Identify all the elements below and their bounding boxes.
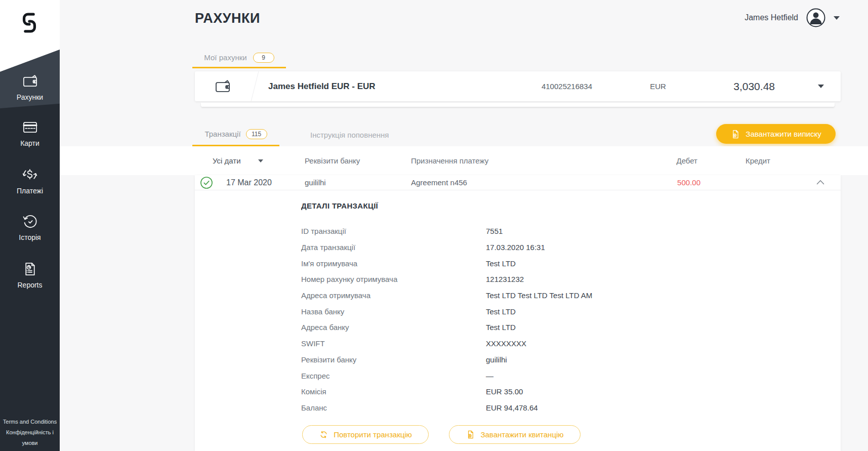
avatar <box>806 8 826 28</box>
details-heading: ДЕТАЛІ ТРАНЗАКЦІЇ <box>301 201 592 210</box>
sidebar-item-cards[interactable]: Карти <box>0 119 60 147</box>
download-document-icon <box>730 129 740 139</box>
detail-value: 7551 <box>486 223 592 239</box>
payments-icon <box>21 166 38 183</box>
transaction-row[interactable]: 17 Mar 2020 guililhi Agreement n456 500.… <box>195 175 841 190</box>
tab-label: Транзакції <box>204 130 240 138</box>
transaction-debit: 500.00 <box>650 175 700 190</box>
account-balance: 3,030.48 <box>733 71 775 101</box>
transaction-actions: Повторити транзакцію Завантажити квитанц… <box>302 425 581 444</box>
date-filter-dropdown[interactable]: Усі дати <box>213 146 263 175</box>
sidebar-item-label: Reports <box>17 281 42 289</box>
detail-label: Назва банку <box>301 303 486 319</box>
privacy-link[interactable]: Конфіденційність і умови <box>3 427 57 448</box>
tab-label: Мої рахунки <box>204 53 246 62</box>
column-header-bank: Реквізити банку <box>305 146 360 175</box>
account-name: James Hetfield EUR - EUR <box>268 71 376 101</box>
account-card[interactable]: James Hetfield EUR - EUR 410025216834 EU… <box>195 71 841 101</box>
brand-logo-icon <box>15 8 44 37</box>
detail-label: SWIFT <box>301 336 486 352</box>
download-receipt-button[interactable]: Завантажити квитанцію <box>449 425 581 444</box>
detail-label: Баланс <box>301 400 486 416</box>
repeat-transaction-button[interactable]: Повторити транзакцію <box>302 425 429 444</box>
tab-label: Інструкція поповнення <box>310 131 389 139</box>
transaction-bank: guililhi <box>305 175 326 190</box>
status-icon-cell <box>200 175 213 190</box>
detail-label: Адреса отримувача <box>301 288 486 304</box>
detail-label: Реквізити банку <box>301 352 486 368</box>
sidebar-item-label: Платежі <box>17 187 43 195</box>
credit-card-icon <box>22 119 38 136</box>
detail-value: 121231232 <box>486 271 592 288</box>
account-expand-chevron-icon[interactable] <box>818 85 824 88</box>
download-document-icon <box>466 430 475 439</box>
button-label: Повторити транзакцію <box>334 430 412 439</box>
chevron-down-icon <box>834 16 840 20</box>
app-window: Рахунки Карти Платежі <box>0 0 868 451</box>
detail-value: EUR 94,478.64 <box>486 400 592 416</box>
detail-label: Адреса банку <box>301 319 486 336</box>
column-header-debit: Дебет <box>641 146 697 175</box>
tab-top-up-instruction[interactable]: Інструкція поповнення <box>310 123 389 146</box>
account-type-cell <box>195 71 251 101</box>
refresh-icon <box>319 430 328 439</box>
sidebar-item-payments[interactable]: Платежі <box>0 166 60 195</box>
sidebar-item-reports[interactable]: Reports <box>0 261 60 289</box>
download-statement-button[interactable]: Завантажити виписку <box>716 124 836 144</box>
user-name: James Hetfield <box>745 13 798 22</box>
detail-value: EUR 35.00 <box>486 384 592 400</box>
button-label: Завантажити квитанцію <box>480 430 563 439</box>
detail-value: Test LTD Test LTD Test LTD AM <box>486 288 592 304</box>
detail-label: Експрес <box>301 367 486 384</box>
sidebar-item-label: Історія <box>19 233 40 241</box>
divider <box>251 71 259 101</box>
transaction-panel: 17 Mar 2020 guililhi Agreement n456 500.… <box>195 175 841 451</box>
detail-value: Test LTD <box>486 303 592 319</box>
collapse-chevron-icon[interactable] <box>816 180 824 185</box>
reports-icon <box>22 261 38 277</box>
detail-label: Комісія <box>301 384 486 400</box>
page-title: РАХУНКИ <box>195 11 260 26</box>
detail-label: Номер рахунку отримувача <box>301 271 486 288</box>
detail-label: Дата транзакції <box>301 239 486 256</box>
detail-value: Test LTD <box>486 319 592 336</box>
transactions-header-band: Усі дати Реквізити банку Призначення пла… <box>60 146 868 175</box>
transaction-details: ДЕТАЛІ ТРАНЗАКЦІЇ ID транзакції 7551 Дат… <box>301 201 592 416</box>
account-stack-edge <box>201 103 835 107</box>
details-grid: ID транзакції 7551 Дата транзакції 17.03… <box>301 223 592 416</box>
check-circle-icon <box>200 176 213 189</box>
sidebar-item-history[interactable]: Історія <box>0 213 60 241</box>
sidebar: Рахунки Карти Платежі <box>0 0 60 451</box>
accounts-count-badge: 9 <box>253 53 274 63</box>
tab-my-accounts[interactable]: Мої рахунки 9 <box>192 48 286 68</box>
column-header-credit: Кредит <box>714 146 770 175</box>
button-label: Завантажити виписку <box>746 130 821 138</box>
transaction-date: 17 Mar 2020 <box>226 175 272 190</box>
transaction-purpose: Agreement n456 <box>411 175 467 190</box>
chevron-down-icon <box>258 159 263 162</box>
sidebar-item-label: Карти <box>20 139 39 147</box>
wallet-icon <box>22 73 38 90</box>
tab-transactions[interactable]: Транзакції 115 <box>192 123 279 146</box>
date-filter-value: Усі дати <box>213 156 241 165</box>
detail-label: ID транзакції <box>301 223 486 239</box>
sidebar-footer: Terms and Conditions Конфіденційність і … <box>0 417 60 448</box>
detail-label: Ім'я отримувача <box>301 255 486 271</box>
column-header-purpose: Призначення платежу <box>411 146 488 175</box>
detail-value: Test LTD <box>486 255 592 271</box>
terms-link[interactable]: Terms and Conditions <box>3 417 57 427</box>
detail-value: XXXXXXXX <box>486 336 592 352</box>
detail-value: — <box>486 367 592 384</box>
detail-value: 17.03.2020 16:31 <box>486 239 592 256</box>
detail-value: guililhi <box>486 352 592 368</box>
account-number: 410025216834 <box>529 71 605 101</box>
sidebar-item-label: Рахунки <box>17 93 43 101</box>
user-menu[interactable]: James Hetfield <box>745 8 840 28</box>
account-currency: EUR <box>643 71 673 101</box>
wallet-icon <box>214 78 231 95</box>
history-icon <box>21 213 38 230</box>
transactions-count-badge: 115 <box>246 129 267 139</box>
